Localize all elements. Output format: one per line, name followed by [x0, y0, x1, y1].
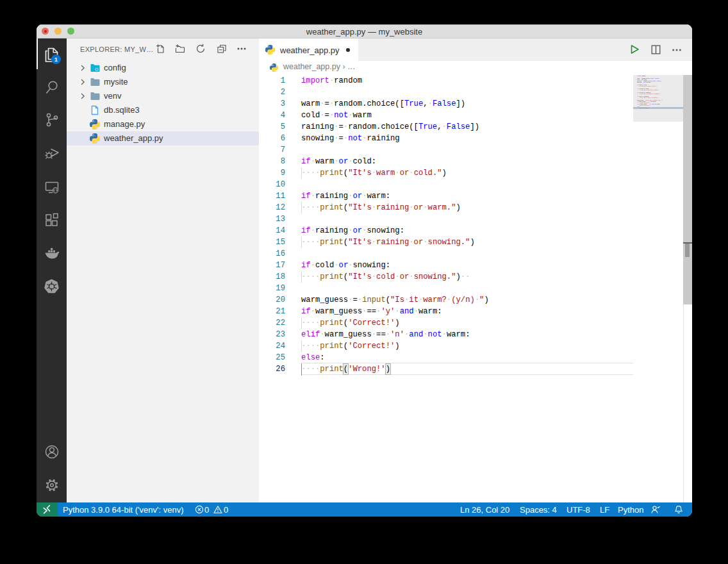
svg-text:1: 1	[54, 56, 58, 63]
